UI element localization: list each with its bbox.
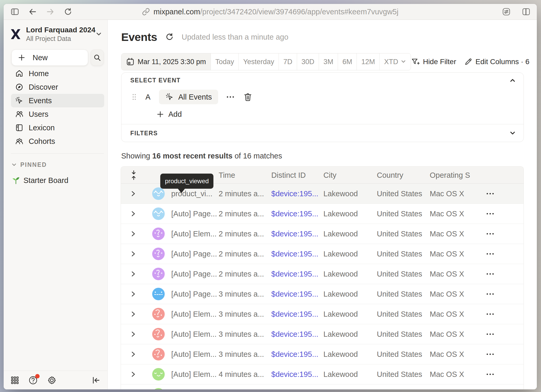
date-option-30d[interactable]: 30D [297, 53, 319, 70]
row-actions-icon[interactable] [485, 333, 495, 336]
sidebar-item-home[interactable]: Home [11, 67, 104, 80]
event-cursor-icon [165, 93, 174, 101]
expand-row-icon[interactable] [130, 250, 136, 257]
event-name-cell: [Auto] Page... [171, 210, 217, 218]
page-settings-icon[interactable] [502, 7, 511, 16]
event-avatar [152, 328, 165, 340]
date-option-xtd[interactable]: XTD [380, 53, 411, 70]
workspace-name: Lord Farquaad 2024 [26, 26, 95, 34]
os-cell: Mac OS X [430, 189, 464, 198]
expand-row-icon[interactable] [130, 190, 136, 197]
row-actions-icon[interactable] [485, 313, 495, 316]
date-option-12m[interactable]: 12M [357, 53, 380, 70]
sidebar-item-starter-board[interactable]: Starter Board [11, 174, 68, 187]
distinct-id-link[interactable]: $device:195... [271, 210, 318, 218]
distinct-id-link[interactable]: $device:195... [271, 310, 318, 318]
expand-row-icon[interactable] [130, 291, 136, 297]
more-options-icon[interactable] [225, 95, 235, 99]
column-header-time[interactable]: Time [219, 171, 235, 179]
sidebar-item-users[interactable]: Users [11, 107, 104, 121]
row-actions-icon[interactable] [485, 272, 495, 275]
distinct-id-link[interactable]: $device:195... [271, 370, 318, 379]
expand-row-icon[interactable] [130, 371, 136, 378]
column-header-city[interactable]: City [323, 171, 336, 179]
refresh-icon[interactable] [165, 33, 174, 41]
table-row[interactable]: [Auto] Elem... 3 minutes a... $device:19… [121, 324, 524, 344]
collapse-section-icon[interactable] [509, 78, 516, 83]
expand-row-icon[interactable] [130, 210, 136, 217]
table-row[interactable]: [Auto] Elem... 3 minutes a... $device:19… [121, 344, 524, 364]
search-button[interactable] [91, 50, 104, 66]
distinct-id-link[interactable]: $device:195... [271, 270, 318, 278]
hide-filter-button[interactable]: Hide Filter [411, 58, 456, 66]
sidebar-item-discover[interactable]: Discover [11, 80, 104, 94]
city-cell: Lakewood [323, 270, 358, 278]
forward-icon[interactable] [46, 7, 55, 16]
distinct-id-link[interactable]: $device:195... [271, 290, 318, 298]
column-header-os[interactable]: Operating S [430, 171, 470, 179]
distinct-id-link[interactable]: $device:195... [271, 330, 318, 339]
table-row[interactable]: [Auto] Page... 2 minutes a... $device:19… [121, 204, 524, 224]
expand-section-icon[interactable] [509, 131, 516, 136]
table-row[interactable] [121, 384, 524, 389]
date-option-today[interactable]: Today [211, 53, 239, 70]
collapse-sidebar-icon[interactable] [92, 376, 101, 384]
row-actions-icon[interactable] [485, 353, 495, 356]
row-actions-icon[interactable] [485, 373, 495, 376]
row-actions-icon[interactable] [485, 192, 495, 195]
new-button[interactable]: New [11, 50, 88, 66]
workspace-switcher[interactable]: Lord Farquaad 2024 All Project Data [10, 26, 105, 42]
apps-grid-icon[interactable] [10, 376, 19, 385]
row-actions-icon[interactable] [485, 252, 495, 255]
sidebar-item-lexicon[interactable]: Lexicon [11, 121, 104, 134]
reload-icon[interactable] [64, 7, 72, 16]
delete-icon[interactable] [244, 93, 252, 101]
row-actions-icon[interactable] [485, 212, 495, 215]
expand-row-icon[interactable] [130, 311, 136, 317]
sidebar-item-label: Events [29, 96, 52, 105]
distinct-id-link[interactable]: $device:195... [271, 230, 318, 238]
expand-row-icon[interactable] [130, 351, 136, 358]
collapse-rows-icon[interactable] [130, 170, 137, 180]
expand-row-icon[interactable] [130, 230, 136, 237]
events-icon [15, 96, 23, 105]
os-cell: Mac OS X [430, 270, 464, 278]
column-header-country[interactable]: Country [377, 171, 403, 179]
split-view-icon[interactable] [522, 7, 531, 16]
sidebar-item-cohorts[interactable]: Cohorts [11, 134, 104, 148]
edit-columns-button[interactable]: Edit Columns · 6 [464, 58, 530, 66]
drag-handle-icon[interactable] [132, 93, 137, 101]
table-row[interactable]: [Auto] Page... 2 minutes a... $device:19… [121, 264, 524, 284]
pinned-section-header[interactable]: PINNED [11, 161, 47, 169]
back-icon[interactable] [28, 7, 37, 16]
add-event-button[interactable]: Add [157, 110, 182, 119]
url-bar[interactable]: mixpanel.com/project/3472420/view/397469… [4, 4, 537, 20]
event-name-cell: [Auto] Page... [171, 250, 217, 258]
table-row[interactable]: [Auto] Elem... 4 minutes a... $device:19… [121, 364, 524, 384]
distinct-id-link[interactable]: $device:195... [271, 350, 318, 359]
date-option-yesterday[interactable]: Yesterday [239, 53, 279, 70]
sidebar-item-events[interactable]: Events [11, 94, 104, 107]
distinct-id-link[interactable]: $device:195... [271, 250, 318, 258]
row-actions-icon[interactable] [485, 292, 495, 296]
row-actions-icon[interactable] [485, 232, 495, 235]
chevron-down-icon [95, 32, 102, 36]
settings-gear-icon[interactable] [47, 375, 57, 385]
column-header-distinct-id[interactable]: Distinct ID [271, 171, 306, 179]
event-avatar [152, 248, 165, 260]
date-option-6m[interactable]: 6M [338, 53, 357, 70]
expand-row-icon[interactable] [130, 331, 136, 338]
date-option-3m[interactable]: 3M [319, 53, 338, 70]
search-icon [93, 54, 101, 62]
expand-row-icon[interactable] [130, 271, 136, 277]
date-range-selected[interactable]: Mar 11, 2025 3:30 pm [121, 53, 211, 70]
event-name-cell: [Auto] Elem... [171, 350, 217, 359]
sidebar-toggle-icon[interactable] [10, 7, 19, 16]
table-row[interactable]: [Auto] Elem... 2 minutes a... $device:19… [121, 224, 524, 244]
table-row[interactable]: [Auto] Elem... 3 minutes a... $device:19… [121, 304, 524, 324]
event-selector-chip[interactable]: All Events [159, 90, 218, 104]
date-option-7d[interactable]: 7D [279, 53, 297, 70]
table-row[interactable]: [Auto] Page... 3 minutes a... $device:19… [121, 284, 524, 304]
table-row[interactable]: [Auto] Page... 2 minutes a... $device:19… [121, 244, 524, 264]
distinct-id-link[interactable]: $device:195... [271, 189, 318, 198]
